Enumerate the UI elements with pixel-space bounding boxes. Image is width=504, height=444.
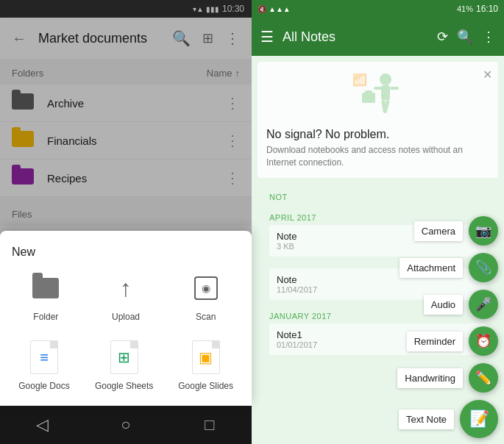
upload-icon: ↑ [120,276,132,300]
fab-row-attachment: Attachment 📎 [400,253,498,282]
bs-scan-label: Scan [196,312,216,322]
fab-row-handwriting: Handwriting ✏️ [397,363,498,393]
bs-gsheets-icon-container: ⊞ [107,340,142,375]
fab-row-audio: Audio 🎤 [424,290,498,319]
bs-upload-icon-container: ↑ [108,271,143,306]
bottom-sheet-title: New [0,243,252,271]
signal-icon-right: ▲▲▲ [269,5,291,13]
fab-camera-button[interactable]: 📷 [469,216,498,246]
mute-icon: 🔇 [258,5,266,13]
evernote-bar-icons: ⟳ 🔍 ⋮ [437,29,495,45]
status-bar-right: 🔇 ▲▲▲ 41% 16:10 [252,0,504,18]
left-panel: ▾▲ ▮▮▮ 10:30 ← Market documents 🔍 ⊞ ⋮ Fo… [0,0,252,444]
gsheets-icon: ⊞ [110,340,138,374]
bs-gdocs-label: Google Docs [18,381,69,391]
bs-gdocs-icon-container: ≡ [26,340,62,375]
bs-gslides-icon-container: ▣ [188,340,224,375]
bs-gsheets-label: Google Sheets [95,381,153,391]
svg-rect-6 [362,93,375,103]
offline-description: Download notebooks and access notes with… [266,144,489,169]
fab-camera-label: Camera [414,221,463,241]
bs-folder-label: Folder [33,312,58,322]
fab-row-reminder: Reminder ⏰ [407,326,498,356]
fab-handwriting-button[interactable]: ✏️ [469,363,498,393]
fab-row-camera: Camera 📷 [414,216,498,246]
svg-rect-5 [390,87,399,90]
notes-content: ✕ 📶 [252,56,504,444]
offline-illustration: 📶 [266,71,489,122]
evernote-sync-icon[interactable]: ⟳ [437,29,448,45]
evernote-app-bar: ☰ All Notes ⟳ 🔍 ⋮ [252,18,504,56]
bs-item-upload[interactable]: ↑ Upload [100,271,152,322]
bs-upload-label: Upload [112,312,140,322]
svg-rect-7 [365,90,372,93]
time-right: 16:10 [476,4,498,14]
fab-textnote-button[interactable]: 📝 [460,400,498,438]
bs-item-gdocs[interactable]: ≡ Google Docs [18,340,70,391]
battery-pct-right: 41% [457,4,473,13]
evernote-more-icon[interactable]: ⋮ [482,29,495,45]
fab-row-textnote: Text Note 📝 [399,400,498,438]
fab-textnote-label: Text Note [399,409,454,429]
fab-audio-button[interactable]: 🎤 [469,290,498,319]
fab-attachment-button[interactable]: 📎 [469,253,498,282]
right-panel: 🔇 ▲▲▲ 41% 16:10 ☰ All Notes ⟳ 🔍 ⋮ ✕ [252,0,504,444]
bs-folder-icon-container [28,271,63,306]
fab-attachment-label: Attachment [400,258,463,278]
bs-item-gslides[interactable]: ▣ Google Slides [178,340,233,391]
bs-item-scan[interactable]: Scan [180,271,232,322]
gslides-icon: ▣ [192,340,220,374]
fab-actions: Camera 📷 Attachment 📎 Audio 🎤 Reminder ⏰… [397,216,498,438]
svg-rect-4 [374,87,384,90]
fab-audio-label: Audio [424,295,463,315]
offline-banner-close[interactable]: ✕ [483,68,492,82]
evernote-menu-icon[interactable]: ☰ [260,28,274,46]
gdocs-icon: ≡ [30,340,58,374]
bottom-sheet-row-2: ≡ Google Docs ⊞ Google Sheets ▣ [0,334,252,394]
svg-point-0 [380,74,391,85]
svg-text:📶: 📶 [352,73,367,87]
notes-section-today: NOT [260,187,495,207]
bs-item-gsheets[interactable]: ⊞ Google Sheets [95,340,153,391]
offline-banner: ✕ 📶 [258,62,498,178]
folder-create-icon [32,278,59,298]
bs-item-folder[interactable]: Folder [20,271,71,322]
fab-handwriting-label: Handwriting [397,368,463,388]
bs-gslides-label: Google Slides [178,381,233,391]
status-icons-right: 🔇 ▲▲▲ [258,5,291,13]
evernote-title: All Notes [283,29,428,45]
bottom-sheet-row-1: Folder ↑ Upload Scan [0,271,252,334]
scan-icon [194,276,218,300]
offline-person-illustration: 📶 [349,71,408,122]
right-status-right: 41% 16:10 [457,4,498,14]
evernote-search-icon[interactable]: 🔍 [457,29,473,45]
bs-scan-icon-container [188,271,224,306]
fab-reminder-label: Reminder [407,332,463,351]
date-header-today: NOT [269,193,486,201]
fab-reminder-button[interactable]: ⏰ [469,326,498,356]
offline-title: No signal? No problem. [266,128,489,141]
bottom-sheet: New Folder ↑ Upload Scan [0,231,252,406]
